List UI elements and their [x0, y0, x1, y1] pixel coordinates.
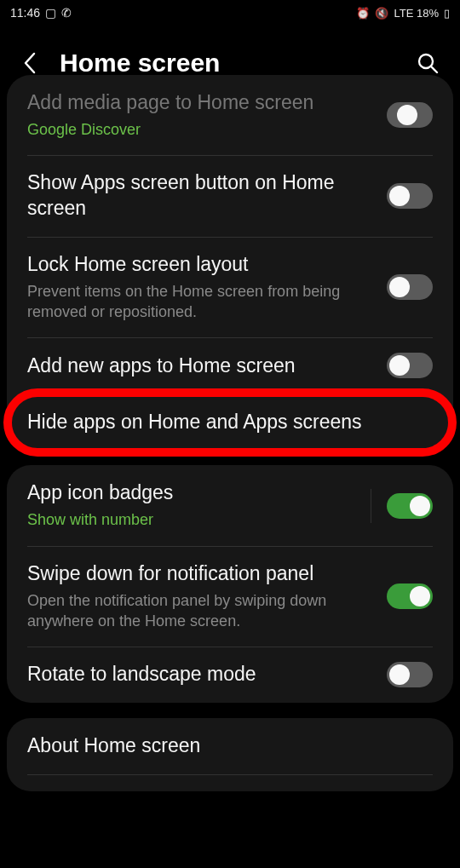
row-title: Show Apps screen button on Home screen [27, 170, 373, 221]
row-text: Show Apps screen button on Home screen [27, 170, 387, 221]
row-title: Swipe down for notification panel [27, 561, 373, 587]
row-text: Rotate to landscape mode [27, 662, 387, 687]
settings-group-3: About Home screen [7, 718, 453, 791]
row-rotate-landscape[interactable]: Rotate to landscape mode [7, 647, 453, 703]
status-time: 11:46 [10, 6, 40, 20]
chevron-left-icon [22, 51, 39, 75]
row-lock-layout[interactable]: Lock Home screen layout Prevent items on… [7, 237, 453, 337]
row-subtitle: Google Discover [27, 119, 373, 140]
toggle-rotate-landscape[interactable] [387, 662, 433, 687]
toggle-knob [389, 186, 410, 206]
toggle-knob [389, 664, 410, 685]
svg-line-1 [431, 66, 437, 72]
row-text: Hide apps on Home and Apps screens [27, 410, 433, 435]
settings-group-1: Add media page to Home screen Google Dis… [7, 101, 453, 450]
notification-icon: ▢ [45, 6, 56, 20]
row-text: Lock Home screen layout Prevent items on… [27, 252, 387, 322]
status-bar: 11:46 ▢ ✆ ⏰ 🔇 LTE 18% ▯ [0, 0, 460, 26]
row-swipe-down[interactable]: Swipe down for notification panel Open t… [7, 546, 453, 647]
alarm-icon: ⏰ [356, 7, 370, 20]
highlight-hide-apps: Hide apps on Home and Apps screens [0, 394, 460, 450]
toggle-knob [389, 277, 410, 297]
toggle-knob [410, 586, 430, 606]
divider [371, 489, 371, 523]
toggle-lock-layout[interactable] [387, 274, 433, 300]
whatsapp-icon: ✆ [61, 6, 72, 20]
row-subtitle: Prevent items on the Home screen from be… [27, 281, 373, 323]
row-add-new-apps[interactable]: Add new apps to Home screen [7, 337, 453, 394]
row-cut-off[interactable] [7, 774, 453, 791]
row-title: Add media page to Home screen [27, 90, 373, 116]
row-title: Hide apps on Home and Apps screens [27, 410, 419, 435]
row-about-home-screen[interactable]: About Home screen [7, 718, 453, 774]
row-subtitle: Show with number [27, 509, 357, 530]
row-subtitle: Open the notification panel by swiping d… [27, 590, 373, 632]
toggle-show-apps-button[interactable] [387, 183, 433, 209]
row-text: About Home screen [27, 733, 433, 759]
settings-group-2: App icon badges Show with number Swipe d… [7, 465, 453, 703]
search-icon [416, 51, 440, 75]
toggle-knob [389, 355, 410, 376]
toggle-swipe-down[interactable] [387, 583, 433, 609]
row-text: Swipe down for notification panel Open t… [27, 561, 387, 631]
search-button[interactable] [412, 48, 443, 78]
row-app-icon-badges[interactable]: App icon badges Show with number [7, 465, 453, 545]
settings-content: Add media page to Home screen Google Dis… [0, 101, 460, 791]
row-text: Add new apps to Home screen [27, 354, 387, 379]
row-title: App icon badges [27, 480, 357, 506]
row-title: Lock Home screen layout [27, 252, 373, 278]
row-add-media-page[interactable]: Add media page to Home screen Google Dis… [7, 75, 453, 155]
page-title: Home screen [60, 49, 412, 78]
battery-icon: ▯ [444, 7, 450, 20]
mute-icon: 🔇 [375, 7, 388, 20]
row-text: App icon badges Show with number [27, 480, 371, 530]
row-title: Add new apps to Home screen [27, 354, 373, 379]
group1-card-top: Add media page to Home screen Google Dis… [7, 75, 453, 394]
toggle-app-icon-badges[interactable] [387, 493, 433, 519]
toggle-add-media-page[interactable] [387, 102, 433, 128]
status-left: 11:46 ▢ ✆ [10, 6, 72, 20]
toggle-knob [397, 105, 417, 125]
toggle-add-new-apps[interactable] [387, 353, 433, 378]
row-title: About Home screen [27, 733, 419, 759]
toggle-knob [410, 496, 430, 516]
signal-text: LTE 18% [394, 7, 439, 20]
status-right: ⏰ 🔇 LTE 18% ▯ [356, 7, 450, 20]
row-show-apps-button[interactable]: Show Apps screen button on Home screen [7, 155, 453, 237]
row-text: Add media page to Home screen Google Dis… [27, 90, 387, 140]
row-title: Rotate to landscape mode [27, 662, 373, 687]
back-button[interactable] [17, 49, 44, 77]
row-hide-apps[interactable]: Hide apps on Home and Apps screens [7, 394, 453, 450]
